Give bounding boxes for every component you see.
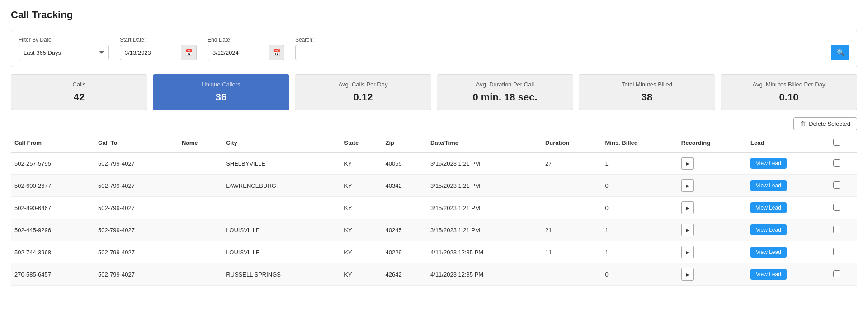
stat-avg-duration-label: Avg. Duration Per Call <box>444 81 566 88</box>
cell-row-checkbox <box>830 219 857 241</box>
search-button[interactable]: 🔍 <box>831 45 849 60</box>
table-row: 502-744-3968502-799-4027LOUISVILLEKY4022… <box>11 241 857 263</box>
search-input-wrapper: 🔍 <box>295 45 849 60</box>
stat-avg-calls-label: Avg. Calls Per Day <box>302 81 424 88</box>
start-date-wrapper: 📅 <box>120 45 197 60</box>
cell-recording: ▶ <box>678 263 747 286</box>
cell-lead: View Lead <box>747 175 830 197</box>
cell-recording: ▶ <box>678 241 747 263</box>
cell-lead: View Lead <box>747 219 830 241</box>
cell-name <box>178 241 222 263</box>
cell-call-to: 502-799-4027 <box>94 219 178 241</box>
cell-state: KY <box>340 152 382 175</box>
row-select-checkbox[interactable] <box>833 181 840 189</box>
row-select-checkbox[interactable] <box>833 270 840 277</box>
table-row: 502-445-9296502-799-4027LOUISVILLEKY4024… <box>11 219 857 241</box>
view-lead-button[interactable]: View Lead <box>750 269 787 280</box>
cell-call-to: 502-799-4027 <box>94 197 178 219</box>
cell-zip: 40245 <box>382 219 427 241</box>
delete-selected-button[interactable]: 🗑 Delete Selected <box>793 117 857 130</box>
cell-row-checkbox <box>830 197 857 219</box>
start-date-calendar-icon[interactable]: 📅 <box>181 45 197 60</box>
cell-duration: 11 <box>542 241 602 263</box>
sort-arrow-icon: ↑ <box>461 140 464 146</box>
col-recording: Recording <box>678 134 747 152</box>
end-date-calendar-icon[interactable]: 📅 <box>269 45 284 60</box>
stat-calls-label: Calls <box>19 81 140 88</box>
col-state: State <box>340 134 382 152</box>
cell-duration <box>542 175 602 197</box>
col-datetime[interactable]: Date/Time ↑ <box>427 134 542 152</box>
stat-avg-duration[interactable]: Avg. Duration Per Call 0 min. 18 sec. <box>437 74 573 110</box>
toolbar: 🗑 Delete Selected <box>11 117 857 130</box>
cell-row-checkbox <box>830 263 857 286</box>
row-select-checkbox[interactable] <box>833 226 840 233</box>
search-input[interactable] <box>295 45 831 60</box>
search-group: Search: 🔍 <box>295 37 849 60</box>
cell-recording: ▶ <box>678 175 747 197</box>
view-lead-button[interactable]: View Lead <box>750 158 787 169</box>
col-zip: Zip <box>382 134 427 152</box>
row-select-checkbox[interactable] <box>833 204 840 211</box>
cell-call-to: 502-799-4027 <box>94 263 178 286</box>
cell-recording: ▶ <box>678 152 747 175</box>
stat-total-minutes[interactable]: Total Minutes Billed 38 <box>579 74 715 110</box>
view-lead-button[interactable]: View Lead <box>750 180 787 191</box>
play-recording-button[interactable]: ▶ <box>681 179 694 192</box>
cell-lead: View Lead <box>747 241 830 263</box>
row-select-checkbox[interactable] <box>833 248 840 255</box>
cell-mins-billed: 1 <box>602 152 678 175</box>
cell-city <box>222 197 340 219</box>
cell-datetime: 3/15/2023 1:21 PM <box>427 152 542 175</box>
cell-zip: 40342 <box>382 175 427 197</box>
start-date-group: Start Date: 📅 <box>120 37 197 60</box>
cell-name <box>178 175 222 197</box>
cell-recording: ▶ <box>678 219 747 241</box>
cell-city: LOUISVILLE <box>222 241 340 263</box>
col-checkbox-header <box>830 134 857 152</box>
cell-duration <box>542 197 602 219</box>
row-select-checkbox[interactable] <box>833 159 840 167</box>
view-lead-button[interactable]: View Lead <box>750 224 787 235</box>
cell-call-from: 270-585-6457 <box>11 263 94 286</box>
stat-calls[interactable]: Calls 42 <box>11 74 147 110</box>
cell-state: KY <box>340 219 382 241</box>
cell-datetime: 4/11/2023 12:35 PM <box>427 263 542 286</box>
end-date-label: End Date: <box>208 37 284 43</box>
stat-total-minutes-label: Total Minutes Billed <box>586 81 708 88</box>
stat-unique-callers[interactable]: Unique Callers 36 <box>153 74 289 110</box>
play-recording-button[interactable]: ▶ <box>681 268 694 281</box>
stat-avg-minutes-per-day[interactable]: Avg. Minutes Billed Per Day 0.10 <box>721 74 857 110</box>
play-recording-button[interactable]: ▶ <box>681 157 694 170</box>
col-name: Name <box>178 134 222 152</box>
page-title: Call Tracking <box>11 9 857 21</box>
search-label: Search: <box>295 37 849 43</box>
cell-state: KY <box>340 175 382 197</box>
stat-unique-callers-value: 36 <box>160 91 282 103</box>
col-duration: Duration <box>542 134 602 152</box>
start-date-label: Start Date: <box>120 37 197 43</box>
select-all-checkbox[interactable] <box>833 139 840 146</box>
play-recording-button[interactable]: ▶ <box>681 246 694 258</box>
cell-recording: ▶ <box>678 197 747 219</box>
end-date-group: End Date: 📅 <box>208 37 284 60</box>
stat-avg-calls-per-day[interactable]: Avg. Calls Per Day 0.12 <box>295 74 431 110</box>
cell-call-from: 502-445-9296 <box>11 219 94 241</box>
stat-unique-callers-label: Unique Callers <box>160 81 282 88</box>
view-lead-button[interactable]: View Lead <box>750 247 787 258</box>
play-recording-button[interactable]: ▶ <box>681 201 694 214</box>
col-city: City <box>222 134 340 152</box>
cell-mins-billed: 1 <box>602 219 678 241</box>
filter-date-label: Filter By Date: <box>19 37 109 43</box>
table-row: 502-257-5795502-799-4027SHELBYVILLEKY400… <box>11 152 857 175</box>
view-lead-button[interactable]: View Lead <box>750 202 787 213</box>
cell-state: KY <box>340 241 382 263</box>
date-range-select[interactable]: Last 365 Days Last 30 Days Last 7 Days C… <box>19 45 109 60</box>
search-icon: 🔍 <box>836 48 845 57</box>
cell-city: SHELBYVILLE <box>222 152 340 175</box>
play-recording-button[interactable]: ▶ <box>681 224 694 236</box>
stat-avg-calls-value: 0.12 <box>302 91 424 103</box>
cell-duration: 27 <box>542 152 602 175</box>
cell-row-checkbox <box>830 175 857 197</box>
col-lead: Lead <box>747 134 830 152</box>
